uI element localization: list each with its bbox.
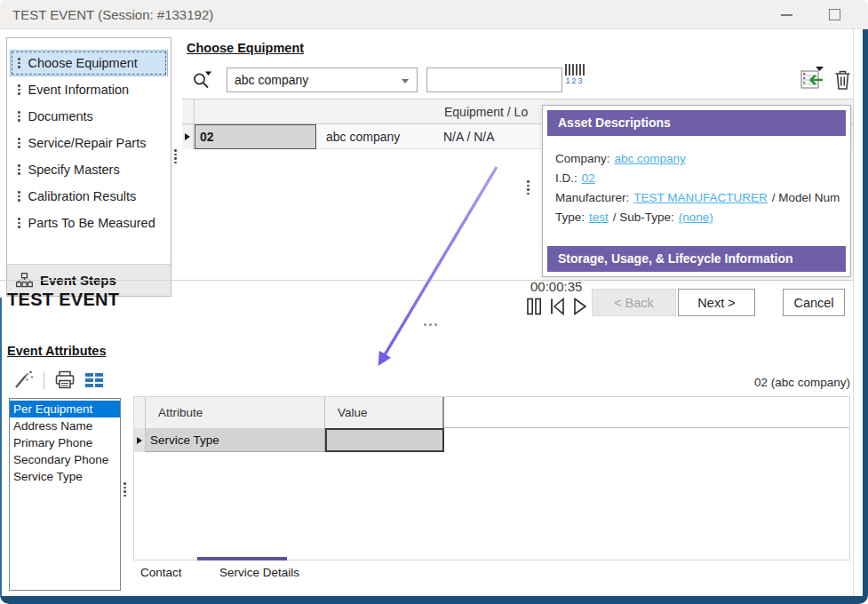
chevron-down-icon <box>402 79 409 83</box>
asset-company-line: Company:abc company <box>555 149 840 169</box>
row-marker-icon <box>137 437 142 444</box>
attributes-grid-header: Attribute Value <box>134 397 849 428</box>
magic-wand-icon <box>12 370 34 390</box>
active-tab-indicator <box>197 557 287 560</box>
attribute-group-list: Per Equipment Address Name Primary Phone… <box>9 398 121 591</box>
minimize-button[interactable] <box>766 0 807 29</box>
list-item-primary-phone[interactable]: Primary Phone <box>10 434 120 451</box>
auto-fill-button[interactable] <box>12 370 34 390</box>
export-to-excel-button[interactable] <box>799 66 825 91</box>
asset-descriptions-panel: Asset Descriptions Company:abc company I… <box>542 105 851 277</box>
pause-button[interactable] <box>525 297 544 316</box>
window-right-border <box>863 29 868 596</box>
drag-handle-icon[interactable] <box>18 111 20 122</box>
id-label: I.D.: <box>555 171 577 185</box>
type-label: Type: <box>555 211 585 224</box>
pause-icon <box>525 297 544 316</box>
sidebar-item-documents[interactable]: Documents <box>10 103 168 130</box>
toolbar-separator <box>44 371 44 389</box>
model-number-suffix: / Model Numbe <box>772 191 840 204</box>
row-selector[interactable] <box>182 124 194 149</box>
grid-header-divider <box>194 99 195 125</box>
value-column-header[interactable]: Value <box>325 397 444 428</box>
list-item-per-equipment[interactable]: Per Equipment <box>10 401 120 417</box>
excel-export-icon <box>799 66 825 91</box>
attributes-grid: Attribute Value Service Type <box>133 396 850 560</box>
manufacturer-link[interactable]: TEST MANUFACTURER <box>633 191 768 204</box>
equipment-search-input[interactable] <box>426 68 562 92</box>
search-icon <box>190 68 214 91</box>
cancel-button[interactable]: Cancel <box>783 289 845 316</box>
drag-handle-icon[interactable] <box>18 191 20 202</box>
drag-handle-icon[interactable] <box>18 164 20 175</box>
back-button[interactable]: < Back <box>592 289 676 316</box>
attribute-list-splitter-handle[interactable] <box>123 482 126 497</box>
drag-handle-icon[interactable] <box>18 58 20 68</box>
print-button[interactable] <box>54 370 76 390</box>
asset-manufacturer-line: Manufacturer:TEST MANUFACTURER/ Model Nu… <box>555 188 840 208</box>
sidebar-item-label: Calibration Results <box>28 189 137 203</box>
subtype-link[interactable]: (none) <box>679 211 713 224</box>
selected-equipment-label: 02 (abc company) <box>754 376 850 389</box>
drag-handle-icon[interactable] <box>18 138 20 148</box>
asset-descriptions-body: Company:abc company I.D.:02 Manufacturer… <box>543 140 850 227</box>
equipment-panel-splitter-handle[interactable] <box>527 180 530 195</box>
sidebar-item-label: Specify Masters <box>28 163 120 177</box>
asset-id-line: I.D.:02 <box>555 169 840 188</box>
search-button[interactable] <box>190 68 214 91</box>
horizontal-splitter-handle[interactable] <box>424 323 437 326</box>
sidebar-item-event-information[interactable]: Event Information <box>10 76 168 103</box>
sidebar-item-choose-equipment[interactable]: Choose Equipment <box>10 50 168 76</box>
company-label: Company: <box>555 152 610 165</box>
attribute-row[interactable]: Service Type <box>134 428 446 452</box>
asset-descriptions-header: Asset Descriptions <box>547 110 846 136</box>
maximize-button[interactable] <box>814 0 855 29</box>
skip-to-start-button[interactable] <box>548 297 567 316</box>
skip-to-start-icon <box>548 297 567 316</box>
barcode-digits: 123 <box>565 76 584 85</box>
sidebar-item-specify-masters[interactable]: Specify Masters <box>10 156 168 183</box>
equipment-company-cell[interactable]: abc company <box>317 124 443 149</box>
sidebar-item-calibration-results[interactable]: Calibration Results <box>10 183 168 210</box>
value-cell[interactable] <box>325 428 444 452</box>
row-selector[interactable] <box>134 428 146 452</box>
sidebar-item-service-repair-parts[interactable]: Service/Repair Parts <box>10 130 168 156</box>
type-link[interactable]: test <box>589 211 609 224</box>
sidebar-splitter-handle[interactable] <box>174 149 177 163</box>
play-icon <box>571 297 588 316</box>
drag-handle-icon[interactable] <box>18 218 20 228</box>
company-link[interactable]: abc company <box>615 152 686 165</box>
company-dropdown-value: abc company <box>235 73 308 87</box>
title-bar: TEST EVENT (Session: #133192) <box>0 0 868 29</box>
printer-icon <box>54 370 76 390</box>
storage-usage-lifecycle-header: Storage, Usage, & Lifecycle Information <box>547 246 846 272</box>
barcode-scan-button[interactable]: 123 <box>565 64 585 85</box>
sidebar-item-label: Service/Repair Parts <box>28 136 147 150</box>
event-attributes-heading: Event Attributes <box>7 344 106 358</box>
tab-service-details[interactable]: Service Details <box>219 566 299 579</box>
barcode-icon <box>565 64 585 76</box>
drag-handle-icon[interactable] <box>18 84 20 95</box>
columns-grid-icon <box>85 373 103 387</box>
column-layout-button[interactable] <box>85 373 103 387</box>
list-item-secondary-phone[interactable]: Secondary Phone <box>10 451 120 468</box>
delete-button[interactable] <box>833 69 852 91</box>
equipment-id-cell[interactable]: 02 <box>195 124 316 149</box>
window-title: TEST EVENT (Session: #133192) <box>12 0 213 29</box>
section-divider <box>0 280 853 281</box>
app-window: TEST EVENT (Session: #133192) Choose Equ… <box>0 0 868 604</box>
play-button[interactable] <box>571 297 588 316</box>
list-item-address-name[interactable]: Address Name <box>10 417 120 434</box>
content-right-edge <box>853 29 854 597</box>
list-item-service-type[interactable]: Service Type <box>10 468 120 485</box>
sidebar-item-parts-to-be-measured[interactable]: Parts To Be Measured <box>10 210 168 236</box>
company-dropdown[interactable]: abc company <box>227 68 418 92</box>
equipment-location-column-header[interactable]: Equipment / Lo <box>444 99 528 125</box>
next-button[interactable]: Next > <box>678 289 755 316</box>
id-link[interactable]: 02 <box>582 171 595 185</box>
tab-contact[interactable]: Contact <box>140 566 182 579</box>
attributes-toolbar <box>12 370 103 390</box>
attribute-cell[interactable]: Service Type <box>146 428 325 452</box>
attribute-column-header[interactable]: Attribute <box>146 397 325 428</box>
manufacturer-label: Manufacturer: <box>555 191 629 204</box>
